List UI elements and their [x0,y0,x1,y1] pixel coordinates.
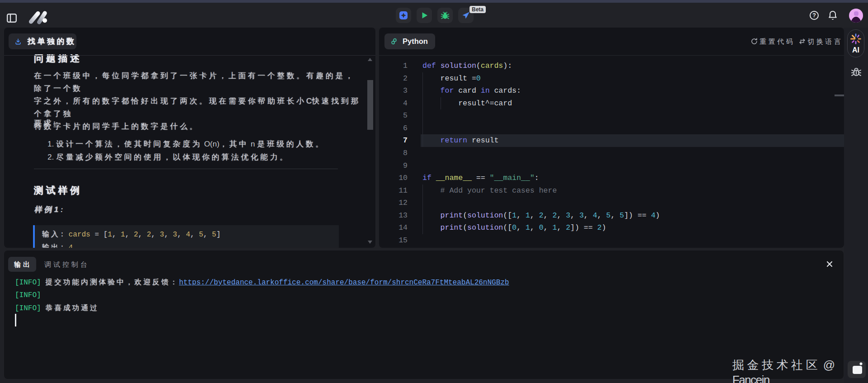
svg-text:?: ? [812,12,816,19]
